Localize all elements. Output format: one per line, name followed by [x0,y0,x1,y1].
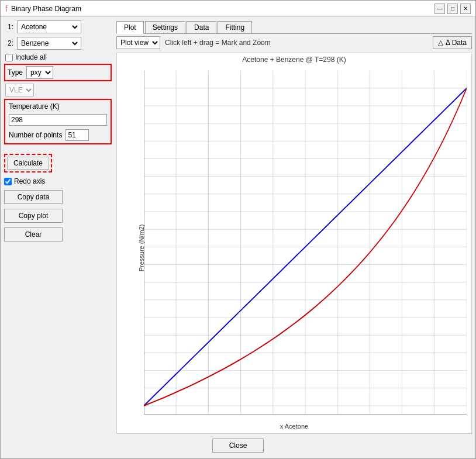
copy-plot-button[interactable]: Copy plot [4,209,63,223]
type-row: Type pxy Txy [4,64,112,81]
tab-settings[interactable]: Settings [145,21,185,33]
include-all-checkbox[interactable] [5,54,13,61]
title-bar-controls: — □ ✕ [434,4,471,14]
calculate-wrapper: Calculate [4,154,112,172]
chart-inner: Pressure (N/m2) x Acetone .grid-line { s… [117,65,471,431]
delta-data-label: Δ Data [446,39,467,47]
close-window-button[interactable]: ✕ [460,4,471,14]
clear-button[interactable]: Clear [4,227,63,241]
calculate-button[interactable]: Calculate [7,157,49,170]
component1-select[interactable]: Acetone [17,20,81,33]
vle-select[interactable]: VLE [5,84,34,96]
window-body: 1: Acetone 2: Benzene [1,17,475,458]
main-window: f Binary Phase Diagram — □ ✕ 1: Acetone [0,0,476,459]
delta-icon: △ [438,39,443,47]
redo-axis-checkbox[interactable] [4,178,12,185]
title-bar: f Binary Phase Diagram — □ ✕ [1,1,475,17]
temperature-input[interactable] [9,114,107,126]
include-row: Include all [5,53,112,61]
maximize-button[interactable]: □ [447,4,458,14]
app-icon: f [5,4,8,13]
chart-svg: .grid-line { stroke: #c0c0d8; stroke-wid… [144,67,467,415]
component2-label: 2: [4,39,13,47]
title-bar-left: f Binary Phase Diagram [5,4,81,13]
component2-row: 2: Benzene [4,37,112,50]
x-axis-label: x Acetone [280,423,308,430]
tab-fitting[interactable]: Fitting [218,21,252,33]
points-row: Number of points [9,129,107,141]
chart-title: Acetone + Benzene @ T=298 (K) [117,53,471,65]
points-input[interactable] [65,129,89,141]
tab-data[interactable]: Data [187,21,216,33]
minimize-button[interactable]: — [434,4,445,14]
component2-select[interactable]: Benzene [17,37,81,50]
left-panel: 1: Acetone 2: Benzene [4,20,116,434]
chart-container: Acetone + Benzene @ T=298 (K) Pressure (… [116,53,472,434]
type-label: Type [8,68,23,77]
toolbar-row: Plot view Click left + drag = Mark and Z… [116,36,472,49]
tab-plot[interactable]: Plot [116,21,144,34]
include-all-label: Include all [15,53,47,61]
redo-row: Redo axis [4,177,112,185]
temperature-label: Temperature (K) [9,102,107,111]
close-button[interactable]: Close [212,439,264,453]
toolbar-hint: Click left + drag = Mark and Zoom [165,39,271,47]
component1-label: 1: [4,23,13,31]
temp-points-group: Temperature (K) Number of points [4,99,112,144]
points-label: Number of points [9,131,62,139]
type-select[interactable]: pxy Txy [26,66,53,79]
component1-dropdown[interactable]: Acetone [19,22,80,32]
main-area: 1: Acetone 2: Benzene [4,20,472,434]
tabs-area: Plot Settings Data Fitting [116,20,472,34]
plot-view-select[interactable]: Plot view [116,36,160,49]
redo-axis-label: Redo axis [14,177,45,185]
calculate-border: Calculate [4,154,52,172]
right-panel: Plot Settings Data Fitting Plot view Cli… [116,20,472,434]
delta-data-button[interactable]: △ Δ Data [433,36,472,49]
component2-dropdown[interactable]: Benzene [19,39,80,48]
footer: Close [4,434,472,455]
vle-row: VLE [5,84,112,96]
component1-row: 1: Acetone [4,20,112,33]
copy-data-button[interactable]: Copy data [4,190,63,204]
window-title: Binary Phase Diagram [11,5,81,13]
